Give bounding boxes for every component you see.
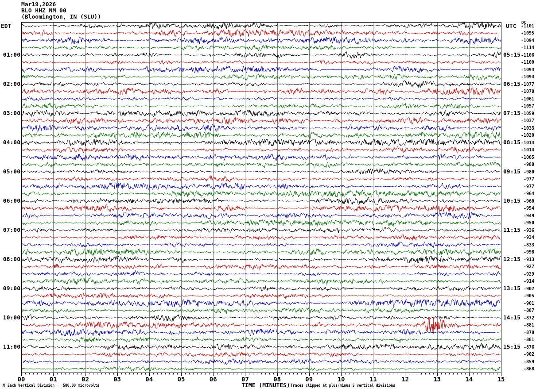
header-date: Mar19,2026	[21, 1, 56, 8]
dc-offset-value: -936	[517, 228, 534, 233]
dc-offset-value: -905	[517, 293, 534, 298]
dc-offset-value: -1094	[517, 74, 534, 79]
dc-offset-value: -1037	[517, 118, 534, 123]
dc-offset-value: -887	[517, 308, 534, 313]
dc-offset-value: -1101	[517, 23, 534, 28]
left-time-label: 10:00	[0, 315, 20, 321]
dc-offset-value: -1020	[517, 133, 534, 138]
dc-offset-value: -1114	[517, 45, 534, 50]
x-tick-label: 05	[174, 376, 189, 383]
x-tick-label: 15	[493, 376, 509, 383]
dc-offset-value: -878	[517, 330, 534, 335]
left-timezone-label: EDT	[1, 23, 11, 29]
seismogram-trace-canvas	[0, 0, 536, 392]
x-tick-label: 06	[206, 376, 221, 383]
left-time-label: 04:00	[0, 139, 20, 146]
left-time-label: 05:00	[0, 169, 20, 175]
dc-offset-value: -1014	[517, 140, 534, 145]
dc-offset-value: -876	[517, 345, 534, 350]
dc-offset-value: -980	[517, 169, 534, 174]
x-tick-label: 00	[14, 376, 29, 383]
dc-offset-value: -988	[517, 162, 534, 167]
dc-offset-value: -914	[517, 279, 534, 284]
dc-offset-value: -913	[517, 257, 534, 262]
left-time-label: 01:00	[0, 52, 20, 58]
dc-offset-value: -902	[517, 286, 534, 291]
dc-offset-value: -1005	[517, 155, 534, 160]
dc-offset-value: -977	[517, 184, 534, 189]
x-tick-label: 03	[110, 376, 125, 383]
dc-offset-value: -1094	[517, 38, 534, 43]
dc-offset-value: -1033	[517, 126, 534, 131]
x-tick-label: 14	[462, 376, 477, 383]
seismogram-page: Mar19,2026 BLO HHZ NM 00 (Bloomington, I…	[0, 0, 536, 392]
dc-offset-value: -934	[517, 235, 534, 240]
dc-offset-value: -1078	[517, 89, 534, 94]
corner-glyph: M	[3, 384, 5, 388]
dc-offset-value: -1014	[517, 147, 534, 152]
dc-offset-value: -977	[517, 177, 534, 181]
dc-offset-value: -1100	[517, 60, 534, 65]
dc-offset-value: -964	[517, 191, 534, 196]
header-station-location: (Bloomington, IN (SLU))	[21, 14, 101, 20]
left-time-label: 06:00	[0, 198, 20, 204]
dc-offset-value: -1077	[517, 82, 534, 87]
dc-offset-value: -872	[517, 315, 534, 320]
dc-offset-value: -1095	[517, 31, 534, 35]
x-tick-label: 12	[397, 376, 412, 383]
dc-offset-value: -833	[517, 242, 534, 247]
dc-offset-value: -902	[517, 352, 534, 357]
dc-offset-value: -950	[517, 220, 534, 225]
dc-offset-value: -949	[517, 213, 534, 218]
vertical-scale-note: Each Vertical Division = 500.00 microvol…	[8, 384, 99, 388]
dc-offset-value: -998	[517, 250, 534, 254]
right-timezone-label: UTC	[506, 23, 516, 29]
dc-offset-value: -881	[517, 337, 534, 342]
dc-offset-value: -954	[517, 206, 534, 211]
clipping-note: Traces clipped at plus/minus 5 vertical …	[291, 384, 395, 388]
x-tick-label: 11	[365, 376, 381, 383]
x-tick-label: 04	[142, 376, 157, 383]
dc-offset-value: -1094	[517, 67, 534, 72]
x-tick-label: 13	[430, 376, 445, 383]
left-time-label: 03:00	[0, 110, 20, 116]
dc-offset-value: -1057	[517, 104, 534, 108]
dc-offset-value: -1059	[517, 111, 534, 116]
dc-offset-value: -1106	[517, 53, 534, 58]
dc-offset-value: -1061	[517, 96, 534, 101]
x-tick-label: 02	[78, 376, 93, 383]
x-tick-label: 01	[46, 376, 61, 383]
dc-offset-value: -881	[517, 323, 534, 327]
dc-offset-value: -929	[517, 272, 534, 277]
left-time-label: 02:00	[0, 81, 20, 87]
left-time-label: 07:00	[0, 227, 20, 233]
dc-offset-value: -960	[517, 199, 534, 204]
dc-offset-value: -901	[517, 301, 534, 306]
left-time-label: 11:00	[0, 344, 20, 350]
left-time-label: 08:00	[0, 256, 20, 262]
dc-offset-value: -859	[517, 359, 534, 364]
header-station-code: BLO HHZ NM 00	[21, 8, 66, 14]
left-time-label: 09:00	[0, 285, 20, 292]
x-tick-label: 10	[334, 376, 349, 383]
dc-offset-value: -868	[517, 366, 534, 371]
dc-offset-value: -927	[517, 264, 534, 269]
